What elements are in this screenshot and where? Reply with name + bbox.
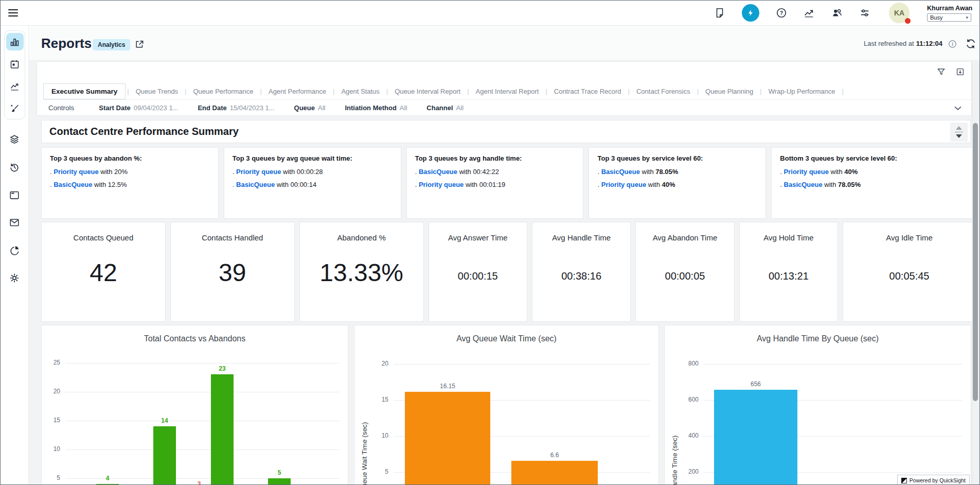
- last-refreshed-time: 11:12:04: [916, 40, 942, 47]
- info-icon[interactable]: i: [948, 39, 957, 49]
- filters: Start Date09/04/2023 1...End Date15/04/2…: [99, 104, 483, 112]
- tab-agent-status[interactable]: Agent Status: [336, 84, 384, 99]
- notes-icon[interactable]: [714, 7, 725, 19]
- chevron-down-icon: ▾: [966, 15, 968, 20]
- tab-separator: |: [544, 88, 548, 95]
- gridline: [704, 364, 963, 365]
- status-value: Busy: [930, 14, 942, 21]
- chart-title: Avg Handle Time By Queue (sec): [665, 334, 971, 343]
- flash-icon[interactable]: [742, 4, 759, 22]
- queue-link[interactable]: Priority queue: [601, 181, 646, 188]
- queue-link[interactable]: BasicQueue: [54, 181, 92, 188]
- queue-link[interactable]: BasicQueue: [419, 168, 457, 176]
- y-tick-label: 5: [41, 474, 60, 481]
- bar-value-label: 14: [147, 417, 183, 424]
- queue-link[interactable]: BasicQueue: [236, 181, 275, 188]
- sliders-icon[interactable]: [859, 7, 870, 19]
- insight-line: . Priority queue with 40%: [597, 181, 757, 188]
- tab-queue-performance[interactable]: Queue Performance: [188, 84, 259, 99]
- tab-agent-interval-report[interactable]: Agent Interval Report: [471, 84, 544, 99]
- tab-executive-summary[interactable]: Executive Summary: [43, 83, 126, 99]
- scrollbar-track[interactable]: [972, 61, 979, 484]
- filter-intiation-method[interactable]: Intiation MethodAll: [345, 104, 407, 112]
- tab-contact-forensics[interactable]: Contact Forensics: [631, 84, 696, 99]
- queue-link[interactable]: Priority queue: [419, 181, 464, 188]
- insight-card: Top 3 queues by abandon %:. Priority que…: [41, 147, 219, 219]
- users-icon[interactable]: [831, 7, 843, 19]
- kpi-title: Avg Answer Time: [448, 233, 508, 242]
- filter-queue[interactable]: QueueAll: [294, 104, 326, 112]
- sidebar-item-brush-icon[interactable]: [6, 99, 24, 117]
- refresh-icon[interactable]: [965, 38, 976, 49]
- tab-wrap-up-performance[interactable]: Wrap-Up Performance: [763, 84, 841, 99]
- sidebar-item-window-icon[interactable]: [9, 189, 20, 201]
- tab-separator: |: [627, 88, 631, 95]
- status-select[interactable]: Busy ▾: [927, 13, 971, 22]
- report-panel: Executive Summary|Queue Trends|Queue Per…: [37, 61, 972, 116]
- sidebar-item-mail-icon[interactable]: [9, 217, 20, 228]
- sidebar-item-line-chart-icon[interactable]: [6, 77, 24, 95]
- tab-agent-performance[interactable]: Agent Performance: [263, 84, 331, 99]
- page-title: Reports: [41, 36, 92, 51]
- sidebar-item-calendar-icon[interactable]: [6, 55, 24, 73]
- tab-separator: |: [259, 88, 263, 95]
- scroll-up-icon[interactable]: [956, 126, 962, 130]
- user-avatar[interactable]: KA: [889, 3, 910, 23]
- filter-value: 09/04/2023 1...: [134, 104, 179, 112]
- tab-separator: |: [758, 88, 763, 95]
- help-icon[interactable]: ?: [776, 7, 787, 19]
- scrollbar-thumb[interactable]: [973, 123, 978, 401]
- queue-link[interactable]: BasicQueue: [784, 181, 823, 188]
- user-name: Khurram Awan: [927, 5, 974, 12]
- quicksight-logo-icon: [901, 478, 907, 483]
- summary-heading: Contact Centre Performance Summary: [42, 126, 239, 137]
- insight-line: . Priority queue with 40%: [780, 168, 967, 176]
- insight-value: 00:00:14: [291, 181, 317, 188]
- hamburger-menu-icon[interactable]: [8, 7, 18, 19]
- sidebar-item-gear-icon[interactable]: [9, 272, 20, 284]
- tab-separator: |: [696, 88, 700, 95]
- queue-link[interactable]: Priority queue: [236, 168, 281, 176]
- filter-end-date[interactable]: End Date15/04/2023 1...: [198, 104, 274, 112]
- kpi-value: 00:00:15: [458, 270, 498, 282]
- filter-start-date[interactable]: Start Date09/04/2023 1...: [99, 104, 178, 112]
- scroll-down-icon[interactable]: [956, 134, 962, 138]
- chart-title: Avg Queue Wait Time (sec): [354, 334, 658, 343]
- tab-queue-trends[interactable]: Queue Trends: [131, 84, 183, 99]
- y-tick-label: 10: [365, 432, 388, 439]
- queue-link[interactable]: BasicQueue: [601, 168, 640, 176]
- filter-channel[interactable]: ChannelAll: [426, 104, 464, 112]
- user-block: Khurram Awan Busy ▾: [927, 5, 974, 22]
- queue-link[interactable]: Priority queue: [784, 168, 829, 176]
- scroll-spinner: [950, 123, 968, 142]
- export-icon[interactable]: [955, 67, 965, 77]
- controls-chevron-down-icon[interactable]: [953, 103, 963, 113]
- tab-queue-planning[interactable]: Queue Planning: [700, 84, 758, 99]
- sidebar-item-layers-icon[interactable]: [9, 134, 20, 145]
- kpi-title: Avg Idle Time: [886, 233, 933, 242]
- chart-total-contacts-vs-abandons: Total Contacts vs Abandons51015202541432…: [41, 325, 348, 484]
- metrics-icon[interactable]: [804, 7, 815, 19]
- tab-bar: Executive Summary|Queue Trends|Queue Per…: [43, 83, 971, 100]
- kpi-title: Abandoned %: [337, 233, 386, 242]
- bar: [211, 374, 234, 484]
- sidebar-item-history-icon[interactable]: [9, 162, 20, 173]
- sidebar-item-bar-chart-icon[interactable]: [6, 33, 24, 50]
- bar-value-label: 4: [90, 475, 126, 482]
- svg-text:?: ?: [780, 10, 783, 16]
- filter-icon[interactable]: [936, 67, 946, 77]
- insight-value: 00:42:22: [473, 168, 499, 176]
- queue-link[interactable]: Priority queue: [54, 168, 98, 176]
- tab-separator: |: [331, 88, 336, 95]
- filter-value: All: [318, 104, 325, 112]
- insight-value: 00:00:28: [297, 168, 323, 176]
- external-link-icon[interactable]: [134, 39, 145, 49]
- sidebar-item-pie-chart-icon[interactable]: [9, 245, 20, 256]
- tab-contract-trace-record[interactable]: Contract Trace Record: [549, 84, 627, 99]
- y-tick-label: 20: [41, 388, 60, 395]
- kpi-value: 00:05:45: [889, 270, 930, 282]
- insight-card-title: Top 3 queues by avg queue wait time:: [233, 154, 393, 162]
- insight-card: Top 3 queues by avg handle time:. BasicQ…: [406, 147, 584, 219]
- tab-queue-interval-report[interactable]: Queue Interval Report: [389, 84, 466, 99]
- controls-row: Controls Start Date09/04/2023 1...End Da…: [43, 100, 965, 116]
